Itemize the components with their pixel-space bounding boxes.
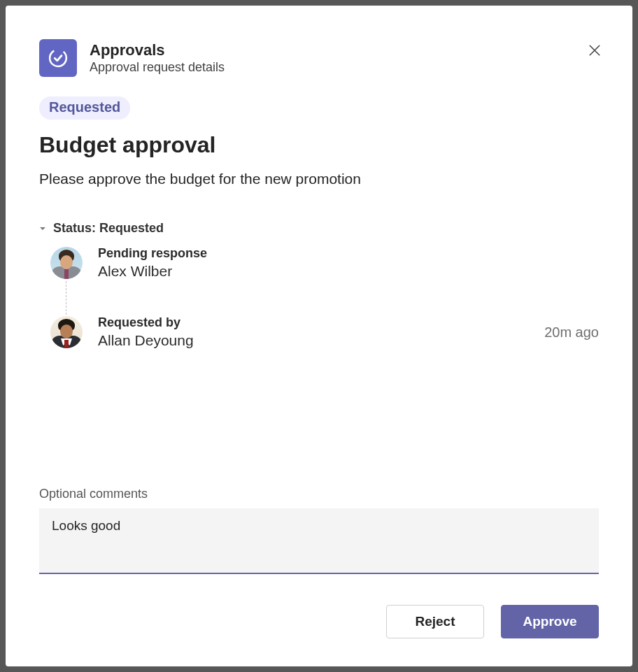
status-badge: Requested <box>39 96 130 120</box>
status-label: Status: Requested <box>53 221 164 236</box>
dialog-header: Approvals Approval request details <box>39 39 599 77</box>
header-text: Approvals Approval request details <box>90 41 225 76</box>
app-title: Approvals <box>90 41 225 60</box>
approve-button[interactable]: Approve <box>501 605 599 638</box>
status-toggle[interactable]: Status: Requested <box>39 221 599 236</box>
requester-name: Allan Deyoung <box>98 331 529 350</box>
approvals-app-icon <box>39 39 77 77</box>
connector-line <box>66 281 66 315</box>
pending-name: Alex Wilber <box>98 262 599 280</box>
avatar <box>50 247 83 279</box>
comments-input[interactable] <box>39 508 599 574</box>
request-description: Please approve the budget for the new pr… <box>39 171 599 187</box>
request-timestamp: 20m ago <box>544 324 599 341</box>
close-button[interactable] <box>585 41 604 60</box>
checkmark-circle-icon <box>48 48 69 69</box>
pending-approver-row: Pending response Alex Wilber <box>39 245 599 281</box>
chevron-down-icon <box>39 224 48 233</box>
dialog-footer: Reject Approve <box>39 605 599 638</box>
requester-row: Requested by Allan Deyoung 20m ago <box>39 315 599 350</box>
pending-label: Pending response <box>98 245 599 262</box>
close-icon <box>588 44 601 57</box>
request-title: Budget approval <box>39 132 599 158</box>
app-subtitle: Approval request details <box>90 59 225 76</box>
reject-button[interactable]: Reject <box>386 605 484 638</box>
svg-point-0 <box>48 48 69 69</box>
comments-label: Optional comments <box>39 487 599 501</box>
avatar <box>50 316 83 348</box>
requested-by-label: Requested by <box>98 315 529 331</box>
approval-dialog: Approvals Approval request details Reque… <box>6 6 632 666</box>
